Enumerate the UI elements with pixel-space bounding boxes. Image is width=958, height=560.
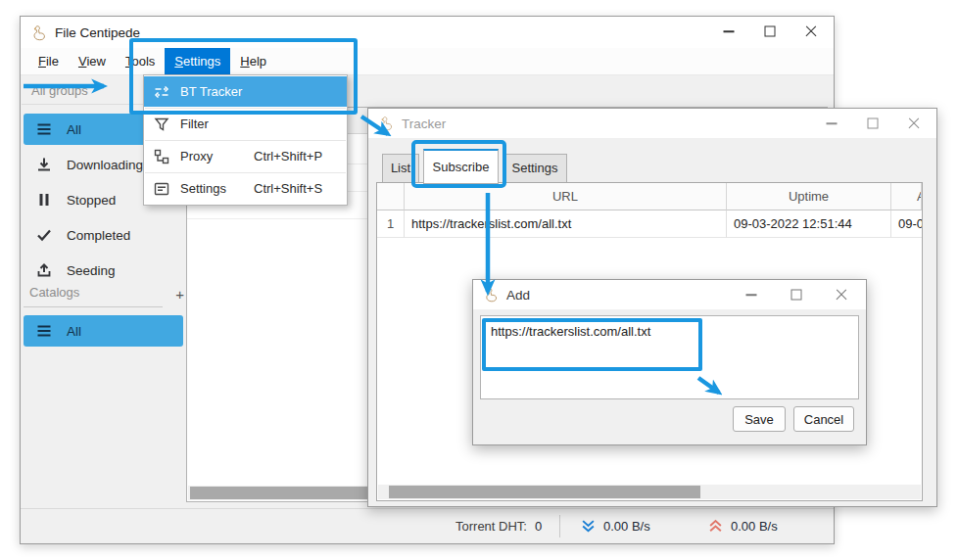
minimize-icon[interactable]: [729, 280, 774, 309]
download-speed-value: 0.00 B/s: [603, 519, 650, 534]
horizontal-scrollbar[interactable]: [378, 485, 921, 499]
uptime-cell: 09-03-2022 12:51:44: [727, 210, 891, 238]
menu-item-bt-tracker[interactable]: BT Tracker: [144, 76, 347, 107]
tab-settings[interactable]: Settings: [503, 154, 567, 183]
download-icon: [35, 156, 53, 173]
minimize-icon[interactable]: [811, 109, 852, 138]
close-icon[interactable]: [790, 17, 832, 46]
download-speed-status: 0.00 B/s: [581, 509, 650, 543]
main-window-title: File Centipede: [55, 25, 140, 40]
tracker-url-textarea[interactable]: https://trackerslist.com/all.txt: [480, 315, 859, 399]
sidebar-label: All: [67, 324, 81, 339]
menu-item-label: Filter: [180, 117, 209, 131]
screenshot-canvas: File Centipede File View Tools Settings …: [0, 0, 958, 560]
upload-speed-status: 0.00 B/s: [708, 509, 778, 543]
menu-item-label: Proxy: [180, 149, 213, 163]
menu-item-label: BT Tracker: [180, 84, 242, 99]
pause-icon: [35, 191, 53, 209]
double-chevron-up-icon: [708, 519, 723, 534]
proxy-icon: [154, 149, 169, 164]
column-header-uptime[interactable]: Uptime: [727, 183, 891, 210]
app-goose-icon: [378, 116, 394, 131]
menu-settings[interactable]: Settings: [165, 48, 230, 74]
app-goose-icon: [30, 24, 47, 41]
close-icon[interactable]: [819, 280, 864, 309]
dht-label: Torrent DHT:: [455, 519, 527, 534]
column-header-extra[interactable]: A: [891, 183, 922, 210]
column-header-url[interactable]: URL: [405, 183, 727, 210]
settings-dropdown-menu: BT Tracker Filter Proxy Ctrl+Shift+P Set…: [143, 74, 348, 206]
close-icon[interactable]: [893, 109, 934, 138]
bt-tracker-icon: [154, 84, 169, 100]
sidebar-label: Completed: [67, 228, 130, 243]
tracker-titlebar: Tracker: [368, 109, 936, 138]
status-divider: [559, 515, 560, 537]
menu-tools[interactable]: Tools: [116, 48, 165, 74]
add-titlebar: Add: [473, 280, 866, 309]
menu-item-label: Settings: [180, 181, 226, 196]
extra-cell: 09-0: [891, 210, 922, 238]
scrollbar-thumb[interactable]: [389, 486, 700, 498]
menu-shortcut: Ctrl+Shift+P: [254, 149, 322, 163]
minimize-icon[interactable]: [708, 17, 749, 46]
tab-subscribe[interactable]: Subscribe: [423, 149, 499, 184]
divider: [24, 306, 163, 307]
maximize-icon[interactable]: [749, 17, 790, 46]
column-header-num[interactable]: [377, 183, 405, 210]
add-dialog-title: Add: [506, 288, 530, 303]
check-icon: [35, 226, 53, 244]
add-dialog: Add https://trackerslist.com/all.txt Sav…: [472, 279, 867, 445]
double-chevron-down-icon: [581, 519, 596, 534]
sidebar-catalog-all[interactable]: All: [24, 315, 183, 347]
sidebar-label: Stopped: [67, 193, 116, 208]
menu-icon: [35, 322, 53, 340]
menu-item-settings[interactable]: Settings Ctrl+Shift+S: [144, 173, 347, 204]
tab-list[interactable]: List: [382, 154, 419, 183]
sidebar-label: All: [67, 122, 81, 137]
sidebar-label: Seeding: [67, 263, 116, 278]
settings-icon: [154, 181, 169, 197]
upload-speed-value: 0.00 B/s: [731, 519, 778, 534]
sidebar-item-seeding[interactable]: Seeding: [24, 255, 183, 286]
menu-file[interactable]: File: [28, 48, 69, 74]
menu-icon: [35, 120, 53, 138]
tracker-window-title: Tracker: [402, 117, 446, 131]
catalogs-section: Catalogs +: [29, 285, 184, 306]
catalogs-label: Catalogs: [29, 285, 79, 300]
dht-value: 0: [535, 519, 542, 534]
maximize-icon[interactable]: [852, 109, 893, 138]
sidebar-item-completed[interactable]: Completed: [24, 219, 183, 251]
menubar: File View Tools Settings Help: [21, 48, 834, 75]
maximize-icon[interactable]: [774, 280, 819, 309]
main-titlebar: File Centipede: [21, 17, 834, 48]
save-button[interactable]: Save: [733, 406, 786, 432]
add-catalog-button[interactable]: +: [175, 285, 184, 304]
upload-icon: [35, 261, 53, 279]
status-bar: Torrent DHT: 0 0.00 B/s 0.00 B/s: [21, 508, 834, 543]
dht-status: Torrent DHT: 0: [455, 509, 542, 543]
menu-view[interactable]: View: [69, 48, 116, 74]
menu-help[interactable]: Help: [230, 48, 276, 74]
cancel-button[interactable]: Cancel: [793, 406, 854, 432]
url-cell[interactable]: https://trackerslist.com/all.txt: [405, 210, 727, 238]
menu-item-filter[interactable]: Filter: [144, 109, 347, 139]
filter-icon: [154, 117, 169, 132]
menu-item-proxy[interactable]: Proxy Ctrl+Shift+P: [144, 141, 347, 171]
sidebar-label: Downloading: [67, 158, 143, 172]
row-number-cell: 1: [377, 210, 405, 238]
app-goose-icon: [483, 287, 499, 303]
menu-shortcut: Ctrl+Shift+S: [254, 181, 322, 196]
